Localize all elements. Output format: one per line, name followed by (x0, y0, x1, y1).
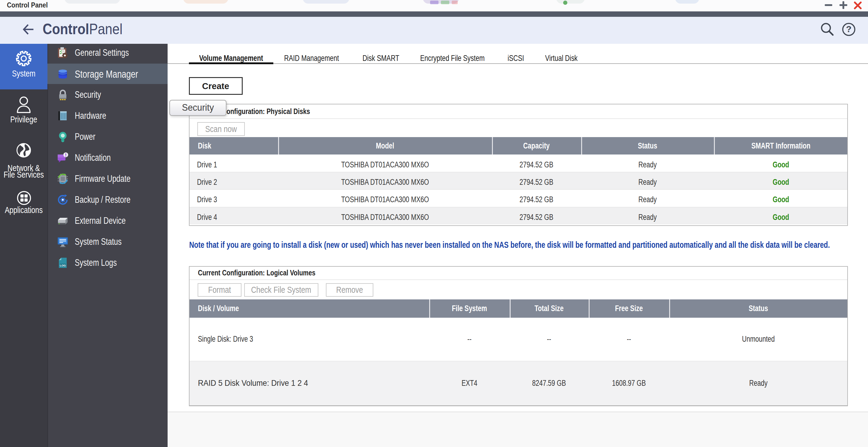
svg-text:LOG: LOG (60, 264, 66, 267)
svg-text:?: ? (846, 24, 851, 34)
